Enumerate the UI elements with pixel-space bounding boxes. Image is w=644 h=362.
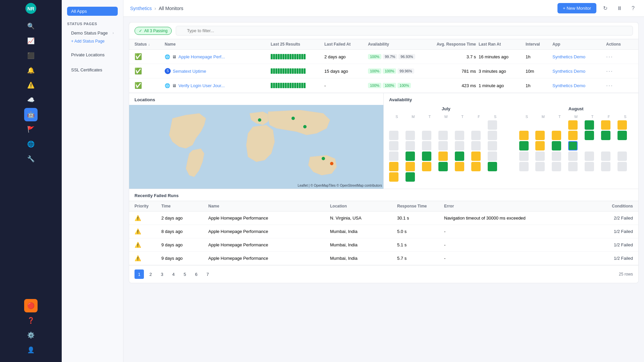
- breadcrumb: Synthetics › All Monitors: [130, 6, 183, 11]
- availability-panel: Availability July S M T W T F S: [384, 93, 638, 189]
- location-dot-uk: [258, 118, 261, 122]
- location-cell: N. Virginia, USA: [330, 216, 397, 221]
- nav-search[interactable]: 🔍: [24, 19, 38, 33]
- availability-title: Availability: [389, 97, 633, 102]
- table-row: ✅ 🌐 🖥 Apple Homepage Perf... 2 days ago …: [129, 50, 638, 64]
- nav-flag[interactable]: 🚩: [24, 123, 38, 136]
- nav-help[interactable]: ❓: [24, 314, 38, 327]
- results-cell: [271, 68, 324, 74]
- pagination: 1 2 3 4 5 6 7 25 rows: [129, 265, 639, 283]
- interval-cell: 10m: [526, 69, 552, 74]
- col-name: Name: [165, 42, 271, 47]
- actions-button[interactable]: ···: [606, 53, 633, 60]
- private-locations-item[interactable]: Private Locations: [67, 50, 118, 59]
- response-cell: 781 ms: [412, 69, 479, 74]
- map-container[interactable]: Leaflet | © OpenMapTiles © OpenStreetMap…: [129, 105, 383, 189]
- error-cell: Navigation timeout of 30000 ms exceeded: [444, 216, 566, 221]
- new-monitor-button[interactable]: + New Monitor: [557, 3, 596, 13]
- nav-issues[interactable]: ⚠️: [24, 78, 38, 92]
- col-location: Location: [330, 204, 397, 208]
- ssl-certificates-section: SSL Certificates: [62, 63, 123, 78]
- nav-alerts[interactable]: 🔔: [24, 64, 38, 77]
- actions-button[interactable]: ···: [606, 82, 633, 89]
- nav-user[interactable]: 👤: [24, 343, 38, 357]
- page-1[interactable]: 1: [135, 269, 144, 279]
- col-last-ran: Last Ran At: [479, 42, 526, 47]
- all-apps-item[interactable]: All Apps: [67, 7, 118, 16]
- map-credit: Leaflet | © OpenMapTiles © OpenStreetMap…: [298, 184, 382, 187]
- error-cell: -: [444, 256, 566, 261]
- calendars: July S M T W T F S: [389, 106, 633, 182]
- demo-status-page-item[interactable]: Demo Status Page ›: [67, 28, 118, 38]
- ssl-certificates-item[interactable]: SSL Certificates: [67, 65, 118, 74]
- map-panel: Locations: [129, 93, 384, 189]
- page-2[interactable]: 2: [146, 269, 155, 279]
- priority-cell: ⚠️: [135, 255, 161, 261]
- failed-row: ⚠️ 9 days ago Apple Homepage Performance…: [129, 252, 638, 265]
- nav-settings[interactable]: ⚙️: [24, 328, 38, 342]
- nav-cloud[interactable]: ☁️: [24, 93, 38, 107]
- status-check-icon: ✅: [135, 82, 142, 89]
- warning-icon: ⚠️: [135, 215, 141, 221]
- table-row: ✅ 🌐 🖥 Verify Login User Jour... - 100% 1…: [129, 78, 638, 93]
- pause-button[interactable]: ⏸: [614, 4, 625, 13]
- page-6[interactable]: 6: [192, 269, 201, 279]
- results-bar: [271, 83, 324, 88]
- col-response: Response Time: [397, 204, 444, 208]
- last-failed-cell: 15 days ago: [324, 69, 368, 74]
- name-cell: 🌐 🖥 Apple Homepage Perf...: [165, 54, 271, 59]
- nav-alert-bottom[interactable]: 🔴: [24, 299, 38, 312]
- failed-row: ⚠️ 9 days ago Apple Homepage Performance…: [129, 238, 638, 252]
- app-cell[interactable]: Synthetics Demo: [552, 54, 606, 59]
- page-5[interactable]: 5: [180, 269, 190, 279]
- nav-integrations[interactable]: 🔧: [24, 152, 38, 166]
- passing-badge-label: All 3 Passing: [144, 28, 167, 33]
- conditions-cell: 2/2 Failed: [566, 216, 633, 221]
- col-actions: Actions: [606, 42, 633, 47]
- app-cell[interactable]: Synthetics Demo: [552, 83, 606, 88]
- breadcrumb-parent-link[interactable]: Synthetics: [130, 6, 152, 11]
- page-4[interactable]: 4: [169, 269, 178, 279]
- priority-cell: ⚠️: [135, 242, 161, 248]
- page-7[interactable]: 7: [203, 269, 212, 279]
- recently-failed-title: Recently Failed Runs: [129, 189, 638, 201]
- actions-button[interactable]: ···: [606, 68, 633, 75]
- app-cell[interactable]: Synthetics Demo: [552, 69, 606, 74]
- monitors-table: Status ↓ Name Last 25 Results Last Faile…: [129, 39, 639, 93]
- monitor-name-text[interactable]: Sematext Uptime: [173, 69, 206, 74]
- avail-cell: 100% 100% 99.96%: [368, 68, 412, 74]
- help-button[interactable]: ?: [629, 4, 637, 13]
- warning-icon: ⚠️: [135, 255, 141, 261]
- col-avg-response: Avg. Response Time: [412, 42, 479, 47]
- name-cell: Apple Homepage Performance: [208, 229, 330, 234]
- last-failed-cell: -: [324, 83, 368, 88]
- page-3[interactable]: 3: [157, 269, 167, 279]
- nav-bottom: 🔴 ❓ ⚙️ 👤: [0, 296, 62, 362]
- refresh-button[interactable]: ↻: [600, 4, 610, 13]
- nav-synthetics[interactable]: 🤖: [24, 108, 38, 121]
- location-cell: Mumbai, India: [330, 229, 397, 234]
- ssl-certificates-label: SSL Certificates: [71, 67, 102, 72]
- failed-table-header: Priority Time Name Location Response Tim…: [129, 201, 638, 212]
- sematext-icon: S: [165, 68, 171, 74]
- status-check-icon: ✅: [135, 53, 142, 60]
- svg-text:NR: NR: [28, 6, 35, 11]
- monitor-name-text[interactable]: Verify Login User Jour...: [178, 83, 225, 88]
- col-status: Status ↓: [135, 42, 165, 47]
- nav-activity[interactable]: 📈: [24, 34, 38, 48]
- filter-input[interactable]: [176, 26, 633, 36]
- main-content: Synthetics › All Monitors + New Monitor …: [123, 0, 644, 362]
- table-row: ✅ S Sematext Uptime 15 days ago 100% 100…: [129, 64, 638, 78]
- interval-cell: 1h: [526, 83, 552, 88]
- nav-network[interactable]: 🌐: [24, 137, 38, 151]
- response-cell: 3.7 s: [412, 54, 479, 59]
- col-availability: Availability: [368, 42, 412, 47]
- table-header: Status ↓ Name Last 25 Results Last Faile…: [129, 39, 638, 50]
- monitor-name-text[interactable]: Apple Homepage Perf...: [178, 54, 225, 59]
- nav-apps[interactable]: ⬛: [24, 49, 38, 62]
- last-ran-cell: 16 minutes ago: [479, 54, 526, 59]
- august-calendar: August S M T W T F S: [519, 106, 633, 182]
- nav-icons: 🔍 📈 ⬛ 🔔 ⚠️ ☁️ 🤖 🚩 🌐 🔧: [0, 17, 62, 296]
- time-cell: 9 days ago: [161, 242, 208, 247]
- add-status-page-link[interactable]: + Add Status Page: [67, 38, 118, 45]
